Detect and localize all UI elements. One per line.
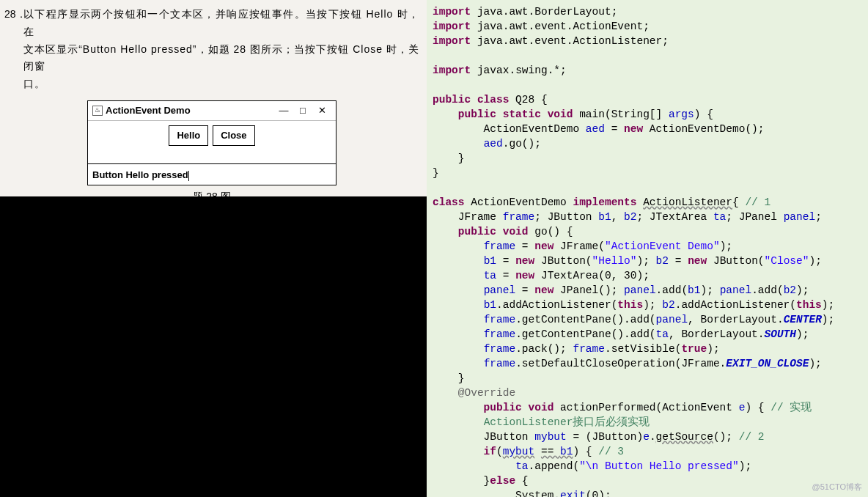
window-title: ActionEvent Demo [106,103,274,119]
problem-text: 28． 以下程序显示两个按钮和一个文本区，并响应按钮事件。当按下按钮 Hello… [0,0,427,196]
watermark: @51CTO博客 [812,479,862,494]
button-panel: Hello Close [88,121,336,163]
code-block: import java.awt.BorderLayout; import jav… [427,0,868,497]
close-window-button[interactable]: ✕ [312,103,331,119]
minimize-button[interactable]: — [274,103,293,119]
maximize-button[interactable]: □ [293,103,312,119]
problem-line2: 文本区显示“Button Hello pressed”，如题 28 图所示；当按… [23,41,419,76]
problem-number: 28． [4,6,23,41]
demo-window: ♨ ActionEvent Demo — □ ✕ Hello Close But… [87,100,336,185]
java-icon: ♨ [92,106,103,116]
text-cursor [188,171,189,181]
hello-button[interactable]: Hello [169,125,208,146]
problem-line3: 口。 [23,76,419,93]
problem-line1: 以下程序显示两个按钮和一个文本区，并响应按钮事件。当按下按钮 Hello 时，在 [23,6,419,41]
black-region [0,196,427,497]
close-button[interactable]: Close [213,125,254,146]
text-area[interactable]: Button Hello pressed [88,163,336,185]
text-area-content: Button Hello pressed [92,169,188,180]
titlebar: ♨ ActionEvent Demo — □ ✕ [88,101,336,121]
